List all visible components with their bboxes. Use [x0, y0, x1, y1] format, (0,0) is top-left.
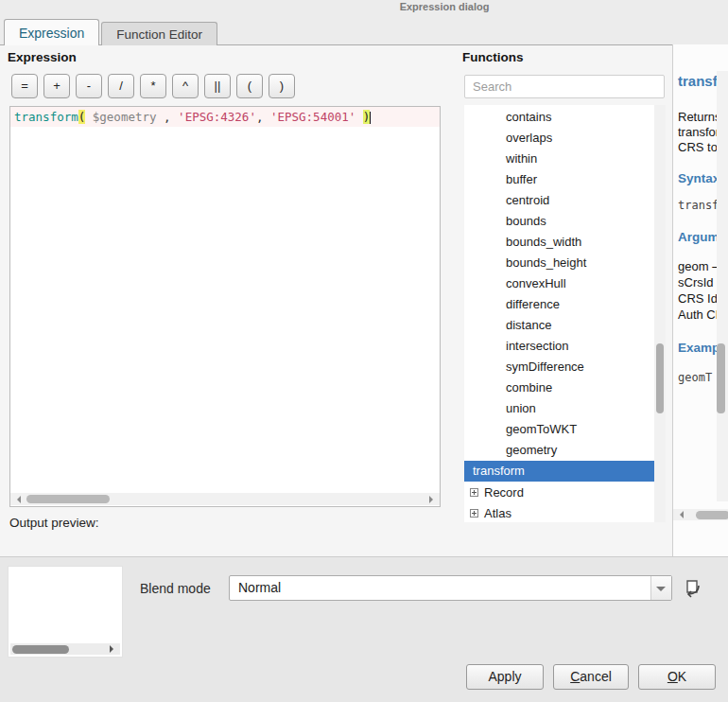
function-item[interactable]: bounds_height — [464, 253, 666, 273]
function-item-selected[interactable]: transform — [464, 461, 666, 482]
operator-minus-button[interactable]: - — [76, 74, 102, 98]
blend-mode-label: Blend mode — [140, 581, 211, 596]
functions-heading: Functions — [462, 50, 524, 64]
chevron-down-icon — [656, 587, 666, 596]
operator-multiply-button[interactable]: * — [140, 74, 166, 98]
function-item[interactable]: centroid — [464, 190, 666, 211]
function-group-record[interactable]: Record — [464, 482, 666, 502]
preview-horizontal-scrollbar[interactable] — [10, 643, 120, 655]
editor-horizontal-scrollbar[interactable] — [10, 493, 440, 505]
scroll-left-icon[interactable] — [13, 496, 21, 503]
function-list-scrollbar-thumb[interactable] — [656, 343, 664, 413]
preview-hscroll-thumb[interactable] — [12, 645, 69, 654]
code-string1-token: 'EPSG:4326' — [171, 110, 256, 124]
function-help-panel: transfo Returns transfor CRS to Syntax t… — [672, 44, 728, 556]
expression-code-line: transform( $geometry , 'EPSG:4326', 'EPS… — [10, 107, 440, 127]
tab-function-editor[interactable]: Function Editor — [101, 22, 217, 45]
function-item[interactable]: overlaps — [464, 128, 666, 149]
functions-search-input[interactable] — [464, 75, 665, 98]
help-horizontal-scrollbar[interactable] — [673, 509, 728, 520]
function-item[interactable]: contains — [464, 107, 666, 128]
operator-toolbar: = + - / * ^ || ( ) — [11, 74, 295, 98]
preview-hscroll-track[interactable] — [10, 643, 107, 655]
operator-open-paren-button[interactable]: ( — [236, 74, 263, 98]
scroll-right-icon[interactable] — [110, 645, 117, 653]
tab-bar: Expression Function Editor — [4, 19, 219, 45]
operator-concat-button[interactable]: || — [204, 74, 231, 98]
expand-plus-icon[interactable] — [470, 488, 478, 497]
help-hscroll-track[interactable] — [686, 509, 716, 520]
function-item[interactable]: buffer — [464, 169, 666, 190]
operator-power-button[interactable]: ^ — [172, 74, 199, 98]
layer-preview-box — [8, 566, 123, 658]
code-close-paren-token: ) — [363, 110, 371, 124]
function-list-scrollbar[interactable] — [654, 105, 666, 522]
dialog-title: Expression dialog — [400, 1, 490, 12]
text-cursor — [370, 112, 371, 124]
function-item[interactable]: bounds — [464, 211, 666, 232]
expand-plus-icon[interactable] — [470, 509, 478, 518]
code-space-token — [355, 110, 363, 124]
functions-search — [464, 75, 665, 98]
data-defined-override-button[interactable] — [682, 577, 704, 600]
apply-button[interactable]: Apply — [466, 664, 544, 690]
expression-editor[interactable]: transform( $geometry , 'EPSG:4326', 'EPS… — [9, 106, 441, 507]
data-defined-override-icon — [682, 577, 704, 600]
operator-divide-button[interactable]: / — [108, 74, 134, 98]
operator-close-paren-button[interactable]: ) — [269, 74, 295, 98]
scroll-left-icon[interactable] — [676, 511, 684, 518]
operator-equals-button[interactable]: = — [11, 74, 38, 98]
function-item[interactable]: symDifference — [464, 357, 666, 377]
function-item[interactable]: bounds_width — [464, 232, 666, 253]
function-item[interactable]: geomToWKT — [464, 419, 666, 440]
code-variable-token: $geometry — [85, 110, 164, 124]
help-hscroll-thumb[interactable] — [696, 511, 728, 519]
blend-mode-select[interactable]: Normal — [229, 575, 672, 601]
function-group-label: Atlas — [484, 506, 511, 520]
function-item[interactable]: within — [464, 149, 666, 169]
function-group-atlas[interactable]: Atlas — [464, 502, 666, 522]
cancel-button[interactable]: Cancel — [553, 664, 629, 690]
function-item[interactable]: difference — [464, 294, 666, 315]
output-preview-label: Output preview: — [9, 516, 99, 530]
code-function-token: transform — [14, 110, 78, 124]
editor-hscroll-thumb[interactable] — [26, 495, 110, 503]
function-group-label: Record — [484, 485, 524, 500]
blend-mode-value: Normal — [238, 576, 281, 600]
function-item[interactable]: union — [464, 398, 666, 419]
operator-plus-button[interactable]: + — [43, 74, 70, 98]
editor-hscroll-track[interactable] — [24, 493, 426, 505]
function-item[interactable]: combine — [464, 377, 666, 398]
function-item[interactable]: geometry — [464, 440, 666, 461]
tab-expression[interactable]: Expression — [4, 19, 99, 45]
scroll-right-icon[interactable] — [429, 496, 437, 503]
code-string2-token: 'EPSG:54001' — [263, 110, 355, 124]
ok-button[interactable]: OK — [638, 664, 716, 690]
function-list: contains overlaps within buffer centroid… — [464, 105, 666, 522]
help-vertical-scrollbar-thumb[interactable] — [717, 343, 725, 413]
function-item[interactable]: intersection — [464, 336, 666, 357]
expression-heading: Expression — [8, 50, 77, 64]
help-vertical-scrollbar[interactable] — [717, 71, 728, 501]
function-item[interactable]: distance — [464, 315, 666, 336]
expression-dialog: Expression dialog Expression Function Ed… — [0, 0, 728, 702]
function-item[interactable]: convexHull — [464, 273, 666, 294]
code-comma-token: , — [164, 110, 171, 124]
